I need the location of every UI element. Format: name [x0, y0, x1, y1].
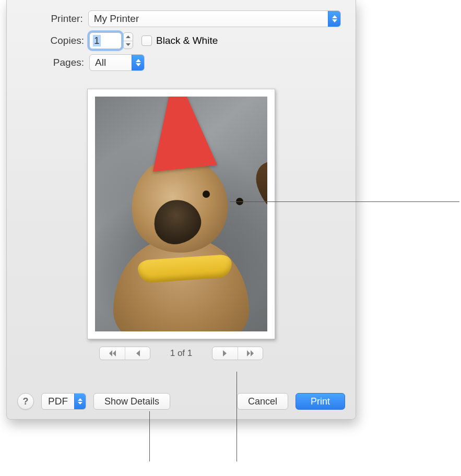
page-counter: 1 of 1: [163, 348, 199, 359]
callout-line: [237, 372, 237, 461]
print-label: Print: [311, 396, 330, 407]
svg-marker-5: [136, 63, 141, 66]
chevron-left-icon: [135, 350, 140, 356]
callout-line: [230, 201, 459, 202]
copies-label: Copies:: [7, 35, 84, 46]
next-page-button[interactable]: [212, 347, 238, 360]
dialog-bottom-bar: ? PDF Show Details Cancel Print: [7, 393, 356, 410]
checkbox-icon[interactable]: [141, 35, 152, 46]
updown-arrows-icon: [132, 55, 144, 70]
pdf-popup[interactable]: PDF: [41, 393, 86, 410]
copies-stepper[interactable]: [123, 32, 133, 49]
copies-input[interactable]: 1: [89, 32, 122, 49]
black-white-option[interactable]: Black & White: [141, 35, 218, 46]
print-button[interactable]: Print: [295, 393, 345, 410]
svg-marker-8: [136, 350, 140, 356]
print-options-form: Printer: My Printer Copies: 1: [7, 10, 356, 76]
last-page-button[interactable]: [238, 347, 263, 360]
double-chevron-right-icon: [246, 350, 255, 356]
svg-marker-1: [332, 19, 337, 22]
prev-page-button[interactable]: [125, 347, 150, 360]
black-white-label: Black & White: [156, 35, 218, 46]
pdf-popup-label: PDF: [42, 396, 74, 407]
cancel-button[interactable]: Cancel: [237, 393, 288, 410]
updown-arrows-icon: [328, 11, 340, 27]
pages-popup[interactable]: All: [89, 54, 145, 71]
svg-marker-3: [126, 43, 131, 46]
cancel-label: Cancel: [248, 396, 277, 407]
svg-marker-11: [251, 350, 254, 356]
printer-label: Printer:: [7, 13, 83, 25]
preview-prev-segment: [99, 347, 150, 360]
svg-marker-10: [247, 350, 250, 356]
stepper-down-icon[interactable]: [123, 41, 133, 49]
pages-label: Pages:: [7, 57, 84, 68]
first-page-button[interactable]: [100, 347, 125, 360]
preview-page: [87, 89, 275, 339]
printer-popup[interactable]: My Printer: [88, 10, 341, 27]
preview-page-nav: 1 of 1: [7, 347, 356, 360]
print-dialog: Printer: My Printer Copies: 1: [6, 0, 356, 420]
help-icon: ?: [23, 396, 29, 407]
pages-selected-text: All: [90, 57, 132, 68]
svg-marker-2: [126, 35, 131, 38]
preview-image: [95, 97, 267, 331]
show-details-label: Show Details: [104, 396, 159, 407]
show-details-button[interactable]: Show Details: [93, 393, 170, 410]
help-button[interactable]: ?: [17, 393, 34, 410]
svg-marker-0: [332, 15, 337, 18]
svg-marker-4: [136, 59, 141, 62]
chevron-right-icon: [222, 350, 228, 356]
double-chevron-left-icon: [108, 350, 116, 356]
stepper-up-icon[interactable]: [123, 33, 133, 41]
preview-next-segment: [212, 347, 263, 360]
svg-marker-12: [78, 398, 82, 401]
svg-marker-9: [223, 350, 227, 356]
print-preview-area: 1 of 1: [7, 89, 356, 360]
svg-marker-13: [78, 402, 82, 404]
updown-arrows-icon: [74, 394, 86, 409]
printer-selected-text: My Printer: [89, 13, 328, 25]
svg-marker-6: [109, 350, 112, 356]
callout-line: [149, 411, 150, 461]
copies-value: 1: [93, 35, 101, 46]
svg-marker-7: [113, 350, 116, 356]
